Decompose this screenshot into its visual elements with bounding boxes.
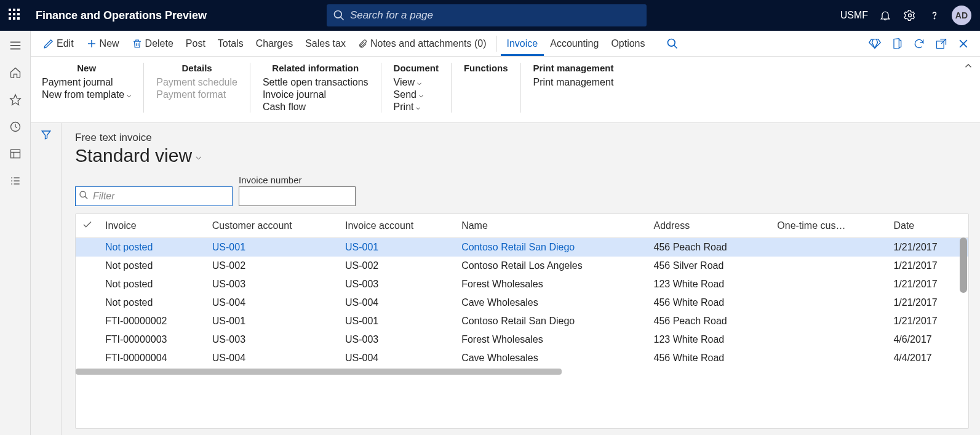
- table-row[interactable]: FTI-00000004US-004US-004Cave Wholesales4…: [76, 349, 968, 367]
- home-icon[interactable]: [8, 65, 23, 80]
- recent-icon[interactable]: [8, 119, 23, 134]
- cell-invoice-account[interactable]: US-003: [339, 330, 455, 349]
- cell-customer[interactable]: US-004: [206, 349, 339, 367]
- help-icon[interactable]: [927, 8, 942, 23]
- table-row[interactable]: FTI-00000002US-001US-001Contoso Retail S…: [76, 312, 968, 330]
- cell-customer[interactable]: US-002: [206, 257, 339, 275]
- star-icon[interactable]: [8, 92, 23, 107]
- settle-button[interactable]: Settle open transactions: [263, 77, 368, 88]
- cell-name[interactable]: Forest Wholesales: [455, 330, 647, 349]
- select-all-checkbox[interactable]: [76, 214, 99, 238]
- new-button[interactable]: New: [80, 31, 125, 56]
- tab-invoice[interactable]: Invoice: [501, 31, 544, 56]
- hamburger-icon[interactable]: [8, 38, 23, 53]
- col-invoice[interactable]: Invoice: [99, 214, 206, 238]
- send-button[interactable]: Send⌵: [394, 89, 439, 100]
- vertical-scrollbar[interactable]: [960, 237, 967, 293]
- cell-name[interactable]: Cave Wholesales: [455, 293, 647, 312]
- new-from-template-button[interactable]: New from template⌵: [42, 89, 131, 100]
- cell-invoice[interactable]: Not posted: [99, 257, 206, 275]
- col-address[interactable]: Address: [648, 214, 771, 238]
- cell-name[interactable]: Contoso Retail San Diego: [455, 312, 647, 330]
- diamond-icon[interactable]: [868, 37, 882, 50]
- table-row[interactable]: Not postedUS-002US-002Contoso Retail Los…: [76, 257, 968, 275]
- cell-name[interactable]: Contoso Retail Los Angeles: [455, 257, 647, 275]
- ribbon-group-new: New Payment journal New from template⌵: [42, 63, 131, 113]
- cell-invoice-account[interactable]: US-004: [339, 293, 455, 312]
- cell-customer[interactable]: US-001: [206, 238, 339, 257]
- cell-name[interactable]: Cave Wholesales: [455, 349, 647, 367]
- table-row[interactable]: Not postedUS-004US-004Cave Wholesales456…: [76, 293, 968, 312]
- totals-button[interactable]: Totals: [212, 31, 250, 56]
- print-management-button[interactable]: Print management: [533, 77, 614, 88]
- row-checkbox[interactable]: [76, 349, 99, 367]
- edit-button[interactable]: Edit: [37, 31, 80, 56]
- delete-button[interactable]: Delete: [125, 31, 180, 56]
- avatar[interactable]: AD: [952, 6, 971, 25]
- cell-invoice[interactable]: Not posted: [99, 293, 206, 312]
- col-date[interactable]: Date: [887, 214, 968, 238]
- tab-options[interactable]: Options: [605, 31, 651, 56]
- table-row[interactable]: FTI-00000003US-003US-003Forest Wholesale…: [76, 330, 968, 349]
- collapse-ribbon-icon[interactable]: [963, 60, 974, 74]
- cell-invoice-account[interactable]: US-001: [339, 312, 455, 330]
- office-icon[interactable]: [890, 37, 904, 50]
- charges-button[interactable]: Charges: [250, 31, 299, 56]
- print-button[interactable]: Print⌵: [394, 102, 439, 113]
- cell-invoice[interactable]: FTI-00000002: [99, 312, 206, 330]
- row-checkbox[interactable]: [76, 238, 99, 257]
- row-checkbox[interactable]: [76, 330, 99, 349]
- bell-icon[interactable]: [878, 8, 893, 23]
- cell-invoice-account[interactable]: US-002: [339, 257, 455, 275]
- invoice-number-input[interactable]: [239, 186, 356, 206]
- cell-invoice[interactable]: Not posted: [99, 275, 206, 293]
- col-name[interactable]: Name: [455, 214, 647, 238]
- invoice-journal-button[interactable]: Invoice journal: [263, 89, 368, 100]
- table-row[interactable]: Not postedUS-003US-003Forest Wholesales1…: [76, 275, 968, 293]
- row-checkbox[interactable]: [76, 312, 99, 330]
- cell-customer[interactable]: US-003: [206, 275, 339, 293]
- view-selector[interactable]: Standard view ⌵: [75, 145, 969, 166]
- refresh-icon[interactable]: [912, 37, 926, 50]
- cell-invoice-account[interactable]: US-004: [339, 349, 455, 367]
- gear-icon[interactable]: [902, 8, 917, 23]
- tab-accounting[interactable]: Accounting: [544, 31, 605, 56]
- cell-customer[interactable]: US-003: [206, 330, 339, 349]
- workspace-icon[interactable]: [8, 146, 23, 161]
- cell-invoice[interactable]: Not posted: [99, 238, 206, 257]
- close-icon[interactable]: [957, 37, 970, 50]
- cash-flow-button[interactable]: Cash flow: [263, 102, 368, 113]
- company-code[interactable]: USMF: [840, 10, 868, 21]
- notes-button[interactable]: Notes and attachments (0): [352, 31, 493, 56]
- chevron-down-icon: ⌵: [419, 90, 423, 99]
- payment-journal-button[interactable]: Payment journal: [42, 77, 131, 88]
- col-invoice-account[interactable]: Invoice account: [339, 214, 455, 238]
- cell-name[interactable]: Forest Wholesales: [455, 275, 647, 293]
- cell-customer[interactable]: US-001: [206, 312, 339, 330]
- modules-icon[interactable]: [8, 174, 23, 188]
- search-input[interactable]: [327, 4, 647, 26]
- post-button[interactable]: Post: [180, 31, 212, 56]
- waffle-icon[interactable]: [9, 9, 22, 22]
- view-button[interactable]: View⌵: [394, 77, 439, 88]
- col-customer-account[interactable]: Customer account: [206, 214, 339, 238]
- filter-input[interactable]: [75, 186, 233, 206]
- salestax-button[interactable]: Sales tax: [299, 31, 352, 56]
- cell-invoice-account[interactable]: US-003: [339, 275, 455, 293]
- cell-invoice-account[interactable]: US-001: [339, 238, 455, 257]
- table-row[interactable]: Not postedUS-001US-001Contoso Retail San…: [76, 238, 968, 257]
- cell-name[interactable]: Contoso Retail San Diego: [455, 238, 647, 257]
- funnel-icon[interactable]: [41, 129, 52, 435]
- cell-customer[interactable]: US-004: [206, 293, 339, 312]
- find-button[interactable]: [660, 31, 685, 56]
- cell-address: 456 Peach Road: [648, 238, 771, 257]
- row-checkbox[interactable]: [76, 257, 99, 275]
- ribbon-group-related-title: Related information: [263, 63, 368, 73]
- row-checkbox[interactable]: [76, 293, 99, 312]
- popout-icon[interactable]: [934, 37, 948, 50]
- horizontal-scrollbar[interactable]: [76, 369, 562, 375]
- cell-invoice[interactable]: FTI-00000003: [99, 330, 206, 349]
- cell-invoice[interactable]: FTI-00000004: [99, 349, 206, 367]
- col-one-time[interactable]: One-time cus…: [771, 214, 887, 238]
- row-checkbox[interactable]: [76, 275, 99, 293]
